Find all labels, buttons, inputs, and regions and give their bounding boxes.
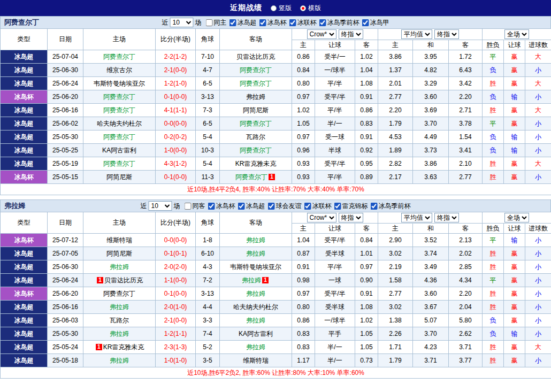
score-cell: 2-1(0-0) xyxy=(156,64,196,77)
handicap-result-cell: 赢 xyxy=(504,77,525,90)
checkbox-冰联杯[interactable] xyxy=(289,19,296,26)
checkbox-球会友谊[interactable] xyxy=(268,203,275,210)
league-cell: 冰岛超 xyxy=(1,274,48,287)
summary-line: 近10场,胜4平2负4, 胜率:40% 让胜率:70% 大率:40% 单率:70… xyxy=(1,184,551,195)
result-cell: 胜 xyxy=(483,247,504,260)
ah-company-select[interactable]: Crow* xyxy=(307,29,336,39)
ah-away-odds: 1.02 xyxy=(355,314,378,327)
eu-home-odds: 2.77 xyxy=(378,287,413,301)
home-team-cell: KA阿古雷利 xyxy=(83,144,156,157)
goals-result-cell: 小 xyxy=(525,274,551,287)
eu-stage-select[interactable]: 终指 xyxy=(434,213,459,222)
ah-away-odds: 0.89 xyxy=(355,171,378,184)
league-cell: 冰岛超 xyxy=(1,314,48,327)
checkbox-冰岛季前杯[interactable] xyxy=(371,203,378,210)
col-home: 主场 xyxy=(83,29,156,50)
ah-line: 一/球半 xyxy=(315,64,355,77)
date-cell: 25-06-02 xyxy=(48,117,83,130)
match-row: 冰岛超25-06-24韦斯特曼纳埃亚尔1-2(1-0)6-5阿费查尔丁0.80平… xyxy=(1,77,551,90)
filter-checkbox-同主[interactable]: 同主 xyxy=(206,18,227,27)
eu-stage-select[interactable]: 终指 xyxy=(434,29,459,39)
away-team-name: 弗拉姆 xyxy=(246,93,265,101)
eu-draw-odds: 3.52 xyxy=(413,234,449,247)
layout-radio-horizontal[interactable]: 横版 xyxy=(300,4,321,13)
filter-checkbox-冰岛季前杯[interactable]: 冰岛季前杯 xyxy=(319,18,359,27)
home-team-name: 阿简尼斯 xyxy=(106,173,132,181)
filter-checkbox-冰岛杯[interactable]: 冰岛杯 xyxy=(208,202,235,211)
ah-stage-select[interactable]: 终指 xyxy=(339,213,363,222)
checkbox-label: 冰岛季前杯 xyxy=(379,202,411,211)
checkbox-冰岛甲[interactable] xyxy=(362,19,369,26)
ah-odds-group-header: Crow*终指 xyxy=(292,212,378,224)
match-count-select[interactable]: 10 xyxy=(149,201,172,211)
filter-checkbox-冰岛甲[interactable]: 冰岛甲 xyxy=(362,18,389,27)
away-team-name: 弗拉姆 xyxy=(242,276,261,284)
ah-home-odds: 0.86 xyxy=(292,314,315,327)
filter-checkbox-冰岛超[interactable]: 冰岛超 xyxy=(229,18,257,27)
checkbox-label: 冰岛甲 xyxy=(370,18,389,27)
score-cell: 0-0(0-0) xyxy=(156,117,196,130)
checkbox-同主[interactable] xyxy=(206,19,213,26)
checkbox-冰岛超[interactable] xyxy=(238,203,245,210)
home-team-name: 阿费查尔丁 xyxy=(103,53,135,60)
eu-home-odds: 3.02 xyxy=(378,247,413,260)
filter-checkbox-冰岛超[interactable]: 冰岛超 xyxy=(238,202,265,211)
away-team-name: KR雷克雅未克 xyxy=(235,160,277,167)
ah-company-select[interactable]: Crow* xyxy=(307,213,336,222)
scope-select[interactable]: 全场 xyxy=(504,29,529,39)
checkbox-冰岛超[interactable] xyxy=(229,19,236,26)
eu-home-odds: 2.90 xyxy=(378,234,413,247)
match-row: 冰岛超25-06-30维京古尔2-1(0-0)4-7阿费查尔丁0.84一/球半1… xyxy=(1,64,551,77)
home-team-name: 阿费查尔丁 xyxy=(103,290,135,297)
home-team-name: 贝雷达比历克 xyxy=(104,276,143,284)
ah-home-odds: 1.04 xyxy=(292,234,315,247)
recent-results-page: 近期战绩 竖版 横版 阿费查尔丁 近 10 场 同主冰岛超冰岛杯冰联杯冰岛季前杯… xyxy=(0,0,551,379)
col-ah-home: 主 xyxy=(292,40,315,50)
away-team-cell: 阿费查尔丁 xyxy=(220,144,292,157)
eu-company-select[interactable]: 平均值 xyxy=(401,29,432,39)
filter-checkbox-冰岛杯[interactable]: 冰岛杯 xyxy=(259,18,287,27)
checkbox-label: 冰岛杯 xyxy=(216,202,235,211)
away-team-cell: 阿费查尔丁1 xyxy=(220,171,292,184)
ah-stage-select[interactable]: 终指 xyxy=(339,29,363,39)
league-cell: 冰岛超 xyxy=(1,327,48,341)
ah-line: 一球 xyxy=(315,274,355,287)
filter-checkbox-冰联杯[interactable]: 冰联杯 xyxy=(304,202,332,211)
checkbox-同客[interactable] xyxy=(185,203,192,210)
eu-company-select[interactable]: 平均值 xyxy=(401,213,432,222)
col-home: 主场 xyxy=(83,212,156,234)
result-cell: 负 xyxy=(483,144,504,157)
checkbox-冰岛杯[interactable] xyxy=(259,19,266,26)
scope-select[interactable]: 全场 xyxy=(504,213,529,222)
team-section-away: 弗拉姆 近 10 场 同客冰岛杯冰岛超球会友谊冰联杯雷克锦标冰岛季前杯 类型 日… xyxy=(0,199,551,379)
corner-cell: 6-5 xyxy=(196,117,220,130)
filter-checkbox-同客[interactable]: 同客 xyxy=(185,202,205,211)
checkbox-label: 冰联杯 xyxy=(312,202,332,211)
checkbox-label: 同客 xyxy=(193,202,205,211)
goals-result-cell: 大 xyxy=(525,77,551,90)
filter-checkbox-冰岛季前杯[interactable]: 冰岛季前杯 xyxy=(371,202,411,211)
col-goals: 进球数 xyxy=(525,40,551,50)
checkbox-label: 冰联杯 xyxy=(297,18,317,27)
eu-draw-odds: 4.36 xyxy=(413,274,449,287)
layout-radio-vertical[interactable]: 竖版 xyxy=(271,4,292,13)
checkbox-冰岛杯[interactable] xyxy=(208,203,215,210)
handicap-result-cell: 赢 xyxy=(504,64,525,77)
filter-checkbox-雷克锦标[interactable]: 雷克锦标 xyxy=(334,202,368,211)
filter-checkbox-球会友谊[interactable]: 球会友谊 xyxy=(268,202,302,211)
corner-cell: 3-5 xyxy=(196,354,220,367)
match-count-select[interactable]: 10 xyxy=(170,18,194,27)
checkbox-雷克锦标[interactable] xyxy=(334,203,341,210)
away-team-cell: 弗拉姆1 xyxy=(220,274,292,287)
red-card-badge: 1 xyxy=(269,174,275,180)
score-cell: 1-0(0-0) xyxy=(156,144,196,157)
filter-checkbox-冰联杯[interactable]: 冰联杯 xyxy=(289,18,317,27)
result-cell: 负 xyxy=(483,90,504,104)
checkbox-冰岛季前杯[interactable] xyxy=(319,19,326,26)
league-cell: 冰岛超 xyxy=(1,301,48,314)
goals-result-cell: 小 xyxy=(525,247,551,260)
eu-home-odds: 2.26 xyxy=(378,327,413,341)
checkbox-冰联杯[interactable] xyxy=(304,203,311,210)
goals-result-cell: 大 xyxy=(525,104,551,117)
away-team-cell: 弗拉姆 xyxy=(220,314,292,327)
